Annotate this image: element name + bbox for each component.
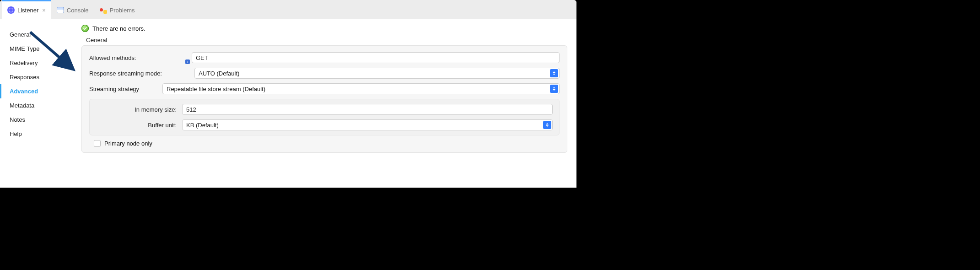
chevron-updown-icon [550, 69, 558, 77]
streaming-strategy-label: Streaming strategy [89, 86, 162, 92]
tab-label: Listener [17, 7, 38, 14]
side-item-notes[interactable]: Notes [0, 113, 73, 127]
check-icon [81, 25, 89, 32]
info-icon[interactable]: i [185, 59, 190, 64]
chevron-updown-icon [550, 85, 558, 93]
general-group: Allowed methods: i Response streaming mo… [81, 45, 567, 153]
allowed-methods-input[interactable] [192, 52, 560, 63]
side-item-general[interactable]: General [0, 27, 73, 42]
console-icon [57, 7, 64, 13]
streaming-strategy-subgroup: In memory size: Buffer unit: KB (Default… [89, 99, 560, 135]
in-memory-size-input[interactable] [182, 104, 553, 115]
listener-icon [7, 6, 15, 14]
side-item-label: Advanced [10, 88, 38, 95]
side-item-label: MIME Type [10, 45, 40, 52]
tab-label: Problems [110, 7, 135, 14]
allowed-methods-label: Allowed methods: [89, 54, 185, 61]
tab-bar: Listener × Console Problems [0, 0, 576, 19]
close-icon[interactable]: × [42, 7, 46, 14]
side-item-responses[interactable]: Responses [0, 70, 73, 84]
select-value: Repeatable file store stream (Default) [167, 86, 265, 92]
side-item-label: General [10, 31, 31, 38]
tab-label: Console [67, 7, 89, 14]
buffer-unit-label: Buffer unit: [96, 122, 182, 129]
side-item-label: Help [10, 130, 22, 137]
primary-node-only-label: Primary node only [104, 140, 152, 147]
in-memory-size-label: In memory size: [96, 106, 182, 113]
streaming-strategy-select[interactable]: Repeatable file store stream (Default) [162, 83, 560, 94]
side-item-metadata[interactable]: Metadata [0, 98, 73, 113]
side-item-help[interactable]: Help [0, 127, 73, 141]
tab-listener[interactable]: Listener × [2, 0, 51, 19]
response-streaming-mode-label: Response streaming mode: [89, 70, 185, 77]
select-value: KB (Default) [186, 122, 219, 129]
tab-console[interactable]: Console [51, 0, 94, 19]
side-item-label: Notes [10, 116, 25, 123]
side-item-redelivery[interactable]: Redelivery [0, 56, 73, 70]
side-item-label: Responses [10, 74, 39, 81]
select-value: AUTO (Default) [199, 70, 239, 77]
response-streaming-mode-select[interactable]: AUTO (Default) [194, 68, 560, 79]
property-tabs: General MIME Type Redelivery Responses A… [0, 19, 73, 188]
buffer-unit-select[interactable]: KB (Default) [182, 119, 553, 130]
advanced-properties-pane: There are no errors. General Allowed met… [73, 19, 576, 188]
editor-window: Listener × Console Problems General MIME… [0, 0, 576, 188]
side-item-mime-type[interactable]: MIME Type [0, 42, 73, 56]
validation-status: There are no errors. [81, 25, 567, 32]
problems-icon [100, 6, 107, 14]
side-item-advanced[interactable]: Advanced [0, 84, 73, 98]
side-item-label: Redelivery [10, 59, 38, 66]
primary-node-only-checkbox[interactable] [94, 140, 101, 147]
section-title: General [86, 37, 567, 43]
validation-message: There are no errors. [92, 25, 145, 32]
tab-problems[interactable]: Problems [94, 0, 140, 19]
chevron-updown-icon [543, 121, 551, 129]
side-item-label: Metadata [10, 102, 34, 109]
